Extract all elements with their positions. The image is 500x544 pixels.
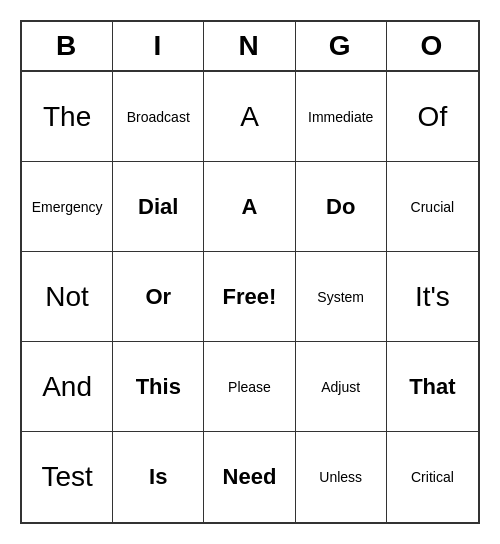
cell-label: Please xyxy=(228,379,271,395)
bingo-cell-3-3: Adjust xyxy=(296,342,387,432)
bingo-cell-0-4: Of xyxy=(387,72,478,162)
bingo-cell-1-4: Crucial xyxy=(387,162,478,252)
cell-label: Not xyxy=(45,281,89,313)
bingo-cell-0-2: A xyxy=(204,72,295,162)
cell-label: Critical xyxy=(411,469,454,485)
header-letter-b: B xyxy=(22,22,113,70)
cell-label: Free! xyxy=(223,284,277,310)
cell-label: The xyxy=(43,101,91,133)
bingo-cell-2-3: System xyxy=(296,252,387,342)
bingo-cell-0-0: The xyxy=(22,72,113,162)
header-letter-i: I xyxy=(113,22,204,70)
bingo-cell-3-1: This xyxy=(113,342,204,432)
cell-label: A xyxy=(240,101,259,133)
cell-label: Is xyxy=(149,464,167,490)
bingo-cell-4-1: Is xyxy=(113,432,204,522)
header-letter-o: O xyxy=(387,22,478,70)
header-letter-g: G xyxy=(296,22,387,70)
bingo-cell-4-3: Unless xyxy=(296,432,387,522)
cell-label: Immediate xyxy=(308,109,373,125)
cell-label: Do xyxy=(326,194,355,220)
cell-label: That xyxy=(409,374,455,400)
bingo-card: BINGO TheBroadcastAImmediateOfEmergencyD… xyxy=(20,20,480,524)
bingo-cell-4-4: Critical xyxy=(387,432,478,522)
bingo-cell-2-1: Or xyxy=(113,252,204,342)
cell-label: Crucial xyxy=(411,199,455,215)
cell-label: A xyxy=(242,194,258,220)
cell-label: It's xyxy=(415,281,450,313)
bingo-cell-1-0: Emergency xyxy=(22,162,113,252)
cell-label: Or xyxy=(145,284,171,310)
cell-label: This xyxy=(136,374,181,400)
cell-label: Need xyxy=(223,464,277,490)
cell-label: Test xyxy=(41,461,92,493)
bingo-cell-1-3: Do xyxy=(296,162,387,252)
bingo-cell-3-4: That xyxy=(387,342,478,432)
cell-label: And xyxy=(42,371,92,403)
bingo-header: BINGO xyxy=(22,22,478,72)
header-letter-n: N xyxy=(204,22,295,70)
bingo-cell-2-2: Free! xyxy=(204,252,295,342)
cell-label: Adjust xyxy=(321,379,360,395)
bingo-cell-1-2: A xyxy=(204,162,295,252)
cell-label: Dial xyxy=(138,194,178,220)
cell-label: Unless xyxy=(319,469,362,485)
bingo-cell-2-0: Not xyxy=(22,252,113,342)
bingo-cell-0-1: Broadcast xyxy=(113,72,204,162)
bingo-cell-0-3: Immediate xyxy=(296,72,387,162)
cell-label: Broadcast xyxy=(127,109,190,125)
cell-label: System xyxy=(317,289,364,305)
bingo-cell-3-0: And xyxy=(22,342,113,432)
bingo-grid: TheBroadcastAImmediateOfEmergencyDialADo… xyxy=(22,72,478,522)
cell-label: Of xyxy=(418,101,448,133)
bingo-cell-2-4: It's xyxy=(387,252,478,342)
cell-label: Emergency xyxy=(32,199,103,215)
bingo-cell-3-2: Please xyxy=(204,342,295,432)
bingo-cell-1-1: Dial xyxy=(113,162,204,252)
bingo-cell-4-0: Test xyxy=(22,432,113,522)
bingo-cell-4-2: Need xyxy=(204,432,295,522)
